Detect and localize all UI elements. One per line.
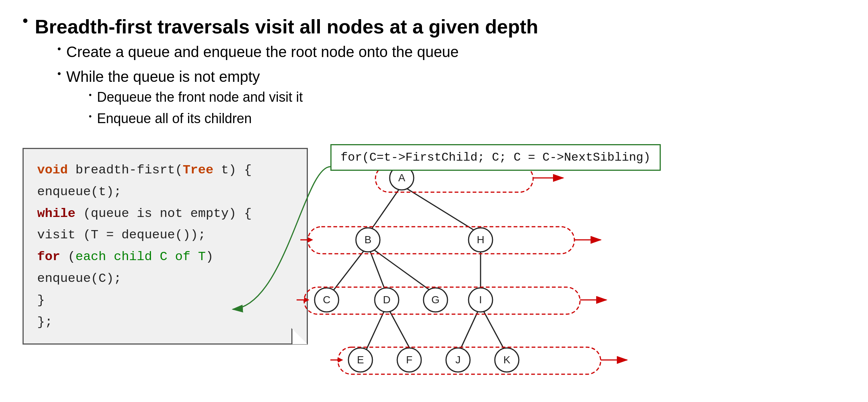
code-line7: } (37, 290, 293, 312)
bottom-section: void breadth-fisrt(Tree t) { enqueue(t);… (23, 148, 845, 402)
svg-text:J: J (455, 354, 461, 366)
bullet-level2-2: • While the queue is not empty • Dequeue… (57, 67, 538, 131)
svg-point-18 (315, 288, 339, 312)
svg-point-24 (469, 288, 493, 312)
code-line8: }; (37, 312, 293, 333)
svg-point-32 (495, 348, 519, 372)
svg-text:G: G (431, 294, 440, 306)
code-box: void breadth-fisrt(Tree t) { enqueue(t);… (23, 148, 308, 345)
svg-point-22 (423, 288, 448, 312)
svg-point-28 (397, 348, 421, 372)
svg-text:H: H (477, 234, 484, 245)
svg-line-3 (402, 185, 481, 234)
svg-point-30 (446, 348, 470, 372)
bullet-level3-2: • Enqueue all of its children (89, 110, 303, 128)
bullet-dot2-2: • (57, 68, 61, 80)
svg-line-8 (364, 306, 387, 354)
subsub2-text: Enqueue all of its children (97, 110, 252, 128)
svg-point-16 (469, 228, 493, 252)
main-content: • Breadth-first traversals visit all nod… (0, 0, 868, 402)
svg-line-9 (387, 306, 413, 354)
svg-text:I: I (479, 294, 482, 306)
bullet-level2-1: • Create a queue and enqueue the root no… (57, 42, 538, 62)
svg-point-26 (348, 348, 372, 372)
svg-marker-46 (338, 357, 343, 363)
code-line6: enqueue(C); (37, 268, 293, 290)
svg-point-20 (375, 288, 399, 312)
svg-rect-44 (338, 347, 601, 374)
svg-text:B: B (365, 234, 372, 245)
sub1-text: Create a queue and enqueue the root node… (66, 42, 459, 62)
kw-while: while (37, 206, 75, 221)
code-line3: while (queue is not empty) { (37, 203, 293, 225)
sub2-text: While the queue is not empty (66, 68, 260, 85)
svg-line-10 (458, 306, 481, 354)
bullet1-text: Breadth-first traversals visit all nodes… (35, 16, 538, 38)
svg-text:F: F (406, 354, 412, 366)
svg-marker-38 (308, 237, 313, 242)
subsub1-text: Dequeue the front node and visit it (97, 89, 303, 106)
svg-point-14 (356, 228, 380, 252)
code-line1: void breadth-fisrt(Tree t) { (37, 160, 293, 181)
bullet-dot3-2: • (89, 111, 92, 121)
svg-rect-40 (304, 287, 580, 314)
svg-line-6 (368, 245, 436, 294)
svg-line-4 (330, 245, 368, 294)
code-line2: enqueue(t); (37, 181, 293, 203)
sub-bullets: • Create a queue and enqueue the root no… (57, 42, 538, 131)
bullet-level1: • Breadth-first traversals visit all nod… (23, 15, 845, 137)
svg-text:K: K (503, 354, 511, 366)
svg-text:C: C (323, 294, 330, 306)
svg-line-5 (368, 245, 387, 294)
svg-text:A: A (398, 172, 405, 184)
code-line5: for (each child C of T) (37, 246, 293, 268)
svg-line-2 (368, 185, 402, 234)
svg-line-11 (481, 306, 507, 354)
bullet-dot-1: • (23, 13, 28, 29)
svg-text:D: D (383, 294, 390, 306)
kw-for: for (37, 250, 60, 264)
annotation-box: for(C=t->FirstChild; C; C = C->NextSibli… (330, 144, 661, 171)
kw-void: void (37, 163, 68, 177)
svg-rect-36 (308, 227, 574, 254)
code-line4: visit (T = dequeue()); (37, 224, 293, 246)
sub-sub-bullets: • Dequeue the front node and visit it • … (89, 89, 303, 128)
bullet-dot3-1: • (89, 90, 92, 100)
bullet-dot2-1: • (57, 43, 61, 55)
bullet-level3-1: • Dequeue the front node and visit it (89, 89, 303, 106)
code-fn: breadth-fisrt( (68, 163, 183, 177)
svg-text:E: E (357, 354, 364, 366)
kw-tree: Tree (183, 163, 214, 177)
annotation-text: for(C=t->FirstChild; C; C = C->NextSibli… (341, 151, 651, 164)
